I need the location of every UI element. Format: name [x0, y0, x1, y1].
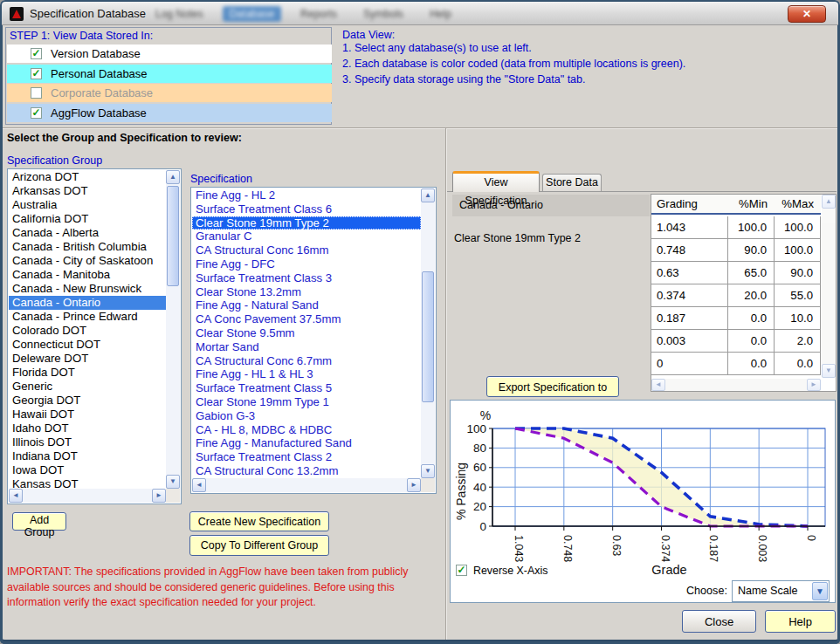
group-list-item[interactable]: Canada - Manitoba — [9, 268, 166, 282]
group-list-item[interactable]: Colorado DOT — [9, 324, 166, 338]
group-list-item[interactable]: Florida DOT — [9, 366, 166, 380]
reverse-x-axis-checkbox[interactable]: ✓ — [456, 565, 467, 576]
svg-text:100: 100 — [466, 422, 486, 435]
spec-list-item[interactable]: Mortar Sand — [192, 340, 421, 354]
scroll-left-icon[interactable]: ◄ — [651, 379, 665, 391]
help-button[interactable]: Help — [765, 610, 836, 633]
group-list-item[interactable]: Canada - Alberta — [9, 226, 166, 240]
close-button[interactable]: Close — [682, 610, 756, 633]
spec-list-vscrollbar[interactable]: ▲ ▼ — [421, 188, 435, 478]
spec-list-hscrollbar[interactable]: ◄ ► — [192, 478, 421, 492]
group-list-item[interactable]: Canada - Prince Edward — [9, 310, 166, 324]
group-list-item[interactable]: Canada - British Columbia — [9, 240, 166, 254]
title-bar[interactable]: Specification Database Log NotesDatabase… — [2, 2, 838, 25]
table-cell: 1.043 — [651, 216, 728, 239]
scroll-left-icon[interactable]: ◄ — [192, 478, 206, 492]
spec-list-item[interactable]: Clear Stone 13.2mm — [192, 285, 421, 299]
group-list-item[interactable]: Indiana DOT — [9, 449, 166, 463]
spec-list-item[interactable]: Gabion G-3 — [192, 409, 421, 423]
spec-list-item[interactable]: Fine Agg - HL 1 & HL 3 — [192, 367, 421, 381]
group-list-item[interactable]: Idaho DOT — [9, 421, 166, 435]
close-icon[interactable]: ✕ — [788, 5, 826, 23]
help-label: Help — [788, 615, 812, 628]
group-list-vscrollbar[interactable]: ▲ ▼ — [166, 170, 180, 489]
scroll-down-icon[interactable]: ▼ — [166, 475, 180, 489]
add-group-button[interactable]: Add Group — [12, 512, 66, 531]
table-header-cell: Grading — [651, 195, 728, 213]
table-cell: 0.0 — [775, 353, 821, 375]
copy-to-different-group-button[interactable]: Copy To Different Group — [189, 535, 329, 556]
spec-list-item[interactable]: CA Conc Pavement 37.5mm — [192, 312, 421, 326]
spec-list-item[interactable]: Fine Agg - Manufactured Sand — [192, 436, 421, 450]
database-checkbox[interactable]: ✓ — [31, 107, 42, 119]
group-list-item[interactable]: Australia — [9, 198, 166, 212]
group-list-item[interactable]: Arkansas DOT — [9, 184, 166, 198]
table-row[interactable]: 0.0030.02.0 — [651, 330, 821, 353]
spec-list-item[interactable]: Fine Agg - DFC — [192, 257, 421, 271]
scroll-down-icon[interactable]: ▼ — [421, 464, 435, 478]
export-specification-button[interactable]: Export Specification to Excel — [486, 376, 619, 397]
spec-list-item[interactable]: CA Structural Conc 13.2mm — [192, 464, 421, 478]
database-checkbox[interactable]: ✓ — [31, 48, 42, 59]
spec-list-item[interactable]: Surface Treatment Class 3 — [192, 271, 421, 285]
scroll-up-icon[interactable]: ▲ — [822, 195, 836, 209]
tab-store-data[interactable]: Store Data — [542, 174, 602, 192]
spec-list-item[interactable]: Surface Treatment Class 5 — [192, 381, 421, 395]
group-list-item[interactable]: Hawaii DOT — [9, 408, 166, 421]
group-list-item[interactable]: Georgia DOT — [9, 394, 166, 408]
group-list-item[interactable]: Canada - Ontario — [9, 296, 166, 310]
spec-list-item[interactable]: Surface Treatment Class 2 — [192, 450, 421, 464]
table-row[interactable]: 0.6365.090.0 — [651, 262, 821, 284]
scroll-thumb[interactable] — [422, 271, 434, 402]
chevron-down-icon[interactable]: ▼ — [812, 582, 828, 600]
spec-list-item[interactable]: Fine Agg - HL 2 — [192, 188, 421, 202]
group-list-item[interactable]: Illinois DOT — [9, 435, 166, 449]
data-view-line: 1. Select any database(s) to use at left… — [342, 42, 718, 54]
svg-text:1.043: 1.043 — [513, 535, 525, 562]
table-cell: 0 — [651, 353, 728, 375]
group-list-item[interactable]: Canada - City of Saskatoon — [9, 254, 166, 268]
background-tabs: Log NotesDatabaseReportsSymbolsHelp — [148, 5, 471, 23]
group-list-hscrollbar[interactable]: ◄ ► — [9, 489, 166, 503]
spec-list-item[interactable]: CA Structural Conc 16mm — [192, 243, 421, 257]
group-list-item[interactable]: Canada - New Brunswick — [9, 282, 166, 296]
scroll-thumb[interactable] — [167, 186, 179, 286]
table-row[interactable]: 0.74890.0100.0 — [651, 239, 821, 262]
scroll-up-icon[interactable]: ▲ — [421, 188, 435, 202]
tab-view-specification[interactable]: View Specification — [452, 171, 540, 192]
group-list-item[interactable]: Iowa DOT — [9, 463, 166, 477]
database-checkbox[interactable] — [31, 87, 42, 99]
scroll-down-icon[interactable]: ▼ — [822, 364, 836, 378]
table-row[interactable]: 0.1870.010.0 — [651, 307, 821, 330]
spec-list-item[interactable]: Granular C — [192, 230, 421, 243]
table-hscrollbar[interactable]: ◄ ► — [651, 379, 821, 391]
choose-label: Choose: — [686, 585, 727, 597]
scale-select[interactable]: Name Scale ▼ — [732, 580, 830, 602]
group-list-item[interactable]: Kansas DOT — [9, 477, 166, 489]
spec-list-item[interactable]: Surface Treatment Class 6 — [192, 202, 421, 216]
table-row[interactable]: 00.00.0 — [651, 353, 821, 375]
table-row[interactable]: 0.37420.055.0 — [651, 284, 821, 307]
scroll-right-icon[interactable]: ► — [807, 379, 821, 391]
table-row[interactable]: 1.043100.0100.0 — [651, 216, 821, 239]
spec-list-item[interactable]: CA Structural Conc 6.7mm — [192, 354, 421, 368]
spec-list-item[interactable]: CA - HL 8, MDBC & HDBC — [192, 423, 421, 437]
spec-list-item[interactable]: Clear Stone 19mm Type 2 — [192, 216, 421, 230]
group-list-item[interactable]: Deleware DOT — [9, 352, 166, 366]
group-list-item[interactable]: Connecticut DOT — [9, 338, 166, 352]
group-list-item[interactable]: Generic — [9, 380, 166, 394]
group-list-item[interactable]: California DOT — [9, 212, 166, 226]
create-new-specification-button[interactable]: Create New Specification — [189, 511, 329, 531]
spec-list-item[interactable]: Fine Agg - Natural Sand — [192, 298, 421, 312]
table-vscrollbar[interactable]: ▲ ▼ — [822, 195, 836, 378]
scroll-left-icon[interactable]: ◄ — [9, 489, 23, 503]
scroll-right-icon[interactable]: ► — [407, 478, 421, 492]
scroll-right-icon[interactable]: ► — [152, 489, 166, 503]
reverse-x-axis-label: Reverse X-Axis — [473, 565, 547, 577]
spec-list-item[interactable]: Clear Stone 9.5mm — [192, 326, 421, 340]
table-header-cell: %Max — [775, 195, 821, 213]
database-checkbox[interactable]: ✓ — [31, 68, 42, 79]
group-list-item[interactable]: Arizona DOT — [9, 170, 166, 184]
spec-list-item[interactable]: Clear Stone 19mm Type 1 — [192, 395, 421, 409]
scroll-up-icon[interactable]: ▲ — [166, 170, 180, 184]
